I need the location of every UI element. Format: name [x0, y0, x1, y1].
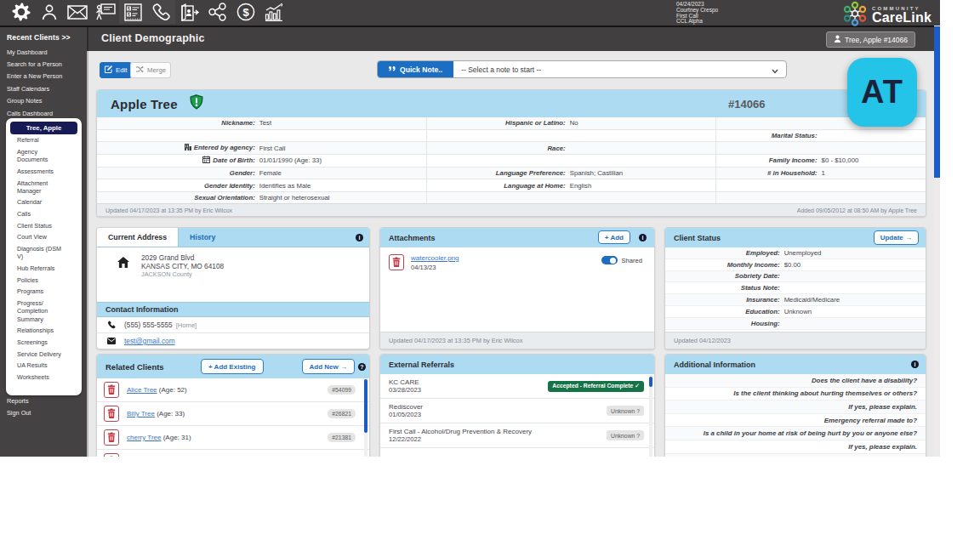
demographics-card: Apple Tree #14066 Nickname: Test Hispani…	[96, 89, 926, 217]
phone-row: (555) 555-5555[Home]	[97, 317, 369, 333]
additional-info-card: Additional Information i Does the client…	[664, 354, 926, 457]
field-label: Employed:	[665, 249, 780, 257]
page-scrollbar-thumb[interactable]	[934, 26, 940, 178]
field-label: Marital Status:	[716, 132, 818, 139]
info-icon[interactable]: i	[639, 234, 647, 241]
client-menu-item-attachment-manager[interactable]: Attachment Manager	[6, 177, 82, 196]
page-scrollbar[interactable]	[934, 26, 940, 457]
client-menu-item-referral[interactable]: Referral	[6, 134, 82, 146]
related-client-age: (Age: 52)	[159, 386, 187, 394]
delete-related-button[interactable]	[104, 406, 119, 422]
client-menu-item-assessments[interactable]: Assessments	[6, 166, 82, 178]
topbar-finance-button[interactable]: $	[231, 0, 259, 24]
client-menu-item-court-view[interactable]: Court View	[6, 231, 82, 243]
updated-note: Updated 04/17/2023 at 13:35 PM by Eric W…	[105, 207, 232, 213]
client-menu-item-policies[interactable]: Policies	[6, 275, 82, 287]
attachment-link[interactable]: watercooler.png	[411, 254, 459, 262]
field-value: Unemployed	[780, 249, 822, 257]
delete-related-button[interactable]	[104, 382, 119, 398]
attachments-header: Attachments + Add i	[380, 228, 654, 247]
sidebar-item-search-for-a-person[interactable]: Search for a Person	[0, 58, 87, 70]
field-value: Medicaid/Medicare	[780, 296, 840, 304]
info-icon[interactable]: ?	[358, 363, 366, 371]
referral-date: 12/22/2022	[389, 435, 532, 444]
alert-shield-icon[interactable]	[190, 94, 203, 113]
field-label: Sexual Orientation:	[97, 194, 255, 202]
related-client-row: Cherry Tree (Age: 22) #09067	[97, 450, 369, 457]
referrals-scrollbar-thumb[interactable]	[649, 377, 652, 387]
update-status-button[interactable]: Update →	[874, 230, 919, 245]
info-icon[interactable]: i	[911, 361, 919, 368]
question-label: If yes, please explain.	[848, 443, 917, 451]
client-menu-item-client-status[interactable]: Client Status	[6, 220, 82, 232]
sidebar-item-enter-a-new-person[interactable]: Enter a New Person	[0, 71, 87, 82]
topbar-reports-button[interactable]	[259, 0, 288, 24]
client-menu-item-worksheets[interactable]: Worksheets	[6, 372, 82, 383]
related-clients-card: Related Clients + Add Existing Add New →…	[96, 354, 370, 457]
phone-icon	[107, 321, 116, 329]
client-menu-item-calendar[interactable]: Calendar	[6, 196, 82, 208]
client-menu-item-service-delivery[interactable]: Service Delivery	[6, 349, 82, 361]
related-client-link[interactable]: cherry Tree	[127, 434, 161, 441]
table-cell-empty	[716, 142, 926, 154]
topbar-settings-button[interactable]	[7, 0, 35, 24]
related-client-row: Billy Tree (Age: 33) #26821	[97, 402, 369, 426]
topbar-forms-button[interactable]	[119, 0, 147, 24]
recent-clients-header[interactable]: Recent Clients >>	[0, 27, 87, 46]
tab-current-address[interactable]: Current Address	[97, 228, 179, 247]
question-label: Does the client have a disability?	[812, 377, 917, 384]
sidebar-item-sign-out[interactable]: Sign Out	[0, 406, 87, 418]
topbar-person-button[interactable]	[35, 0, 63, 24]
add-attachment-button[interactable]: + Add	[598, 230, 630, 244]
table-cell-empty	[427, 192, 716, 204]
client-menu-item-calls[interactable]: Calls	[6, 208, 82, 220]
client-id: #14066	[728, 98, 765, 111]
sidebar-item-my-dashboard[interactable]: My Dashboard	[0, 46, 87, 58]
shared-toggle[interactable]	[601, 256, 618, 264]
topbar-referral-button[interactable]	[175, 0, 203, 24]
info-icon[interactable]: i	[356, 234, 363, 241]
client-menu-item-agency-documents[interactable]: Agency Documents	[6, 146, 82, 166]
topbar-phone-button[interactable]	[147, 0, 175, 24]
address-body: 2029 Grand Blvd KANSAS CITY, MO 64108 JA…	[97, 247, 369, 302]
related-client-link[interactable]: Billy Tree	[127, 410, 155, 418]
sidebar-item-group-notes[interactable]: Group Notes	[0, 95, 87, 107]
email-link[interactable]: test@gmail.com	[124, 337, 175, 345]
client-menu-item-relationships[interactable]: Relationships	[6, 325, 82, 337]
merge-arrows-icon	[135, 65, 147, 75]
client-menu-item-hub-referrals[interactable]: Hub Referrals	[6, 263, 82, 275]
status-row: Monthly Income: $0.00	[665, 259, 926, 271]
merge-button[interactable]: Merge	[130, 62, 171, 78]
topbar-mail-button[interactable]	[63, 0, 91, 24]
client-menu-item-programs[interactable]: Programs	[6, 286, 82, 298]
table-cell: Nickname: Test	[97, 117, 427, 129]
delete-attachment-button[interactable]	[389, 254, 404, 270]
topbar-training-button[interactable]	[91, 0, 119, 24]
table-cell: Date of Birth: 01/01/1990 (Age: 33)	[97, 155, 427, 167]
client-menu-name[interactable]: Tree, Apple	[10, 122, 77, 134]
topbar-share-button[interactable]	[203, 0, 231, 24]
client-status-card: Client Status Update → Employed: Unemplo…	[664, 227, 926, 349]
delete-related-button[interactable]	[104, 429, 119, 446]
sidebar-item-staff-calendars[interactable]: Staff Calendars	[0, 82, 87, 94]
related-client-link[interactable]: Alice Tree	[127, 386, 157, 394]
sidebar-item-reports[interactable]: Reports	[0, 395, 87, 406]
tab-history[interactable]: History	[179, 228, 226, 247]
related-client-age: (Age: 31)	[163, 434, 191, 441]
current-client-button[interactable]: Tree, Apple #14066	[826, 31, 915, 48]
delete-related-button[interactable]	[104, 453, 119, 457]
client-menu-item-ua-results[interactable]: UA Results	[6, 360, 82, 372]
referrals-scrollbar[interactable]	[649, 375, 652, 457]
related-client-id-badge: #54099	[328, 385, 356, 395]
add-new-button[interactable]: Add New →	[302, 359, 355, 374]
quick-note-button[interactable]: Quick Note..	[378, 61, 453, 77]
client-menu-item-diagnosis-dsm-v[interactable]: Diagnosis (DSM V)	[6, 243, 82, 263]
add-existing-button[interactable]: + Add Existing	[201, 359, 264, 374]
client-menu-item-progress-completion-summary[interactable]: Progress/ Completion Summary	[6, 298, 82, 325]
edit-button[interactable]: Edit	[100, 62, 132, 78]
related-scrollbar-thumb[interactable]	[364, 379, 368, 433]
note-select[interactable]: -- Select a note to start --	[453, 61, 786, 77]
related-scrollbar[interactable]	[364, 379, 368, 457]
client-menu-item-screenings[interactable]: Screenings	[6, 337, 82, 349]
question-label: Is a child in your home at risk of being…	[704, 429, 917, 437]
